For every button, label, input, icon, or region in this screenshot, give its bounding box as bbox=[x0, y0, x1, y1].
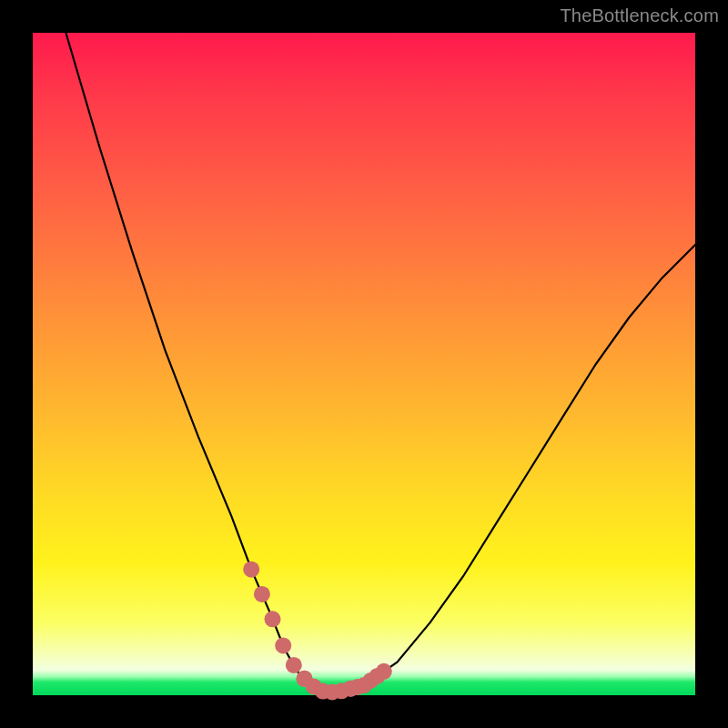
highlight-beads bbox=[243, 561, 392, 701]
highlight-bead bbox=[376, 663, 392, 680]
bottleneck-curve bbox=[66, 33, 695, 692]
watermark-text: TheBottleneck.com bbox=[560, 5, 719, 26]
highlight-bead bbox=[286, 657, 302, 673]
chart-frame: TheBottleneck.com bbox=[0, 0, 728, 728]
highlight-bead bbox=[275, 637, 291, 653]
highlight-bead bbox=[254, 586, 270, 602]
plot-area bbox=[33, 33, 695, 695]
highlight-bead bbox=[265, 611, 281, 627]
highlight-bead bbox=[243, 561, 259, 578]
curve-svg bbox=[33, 33, 695, 695]
